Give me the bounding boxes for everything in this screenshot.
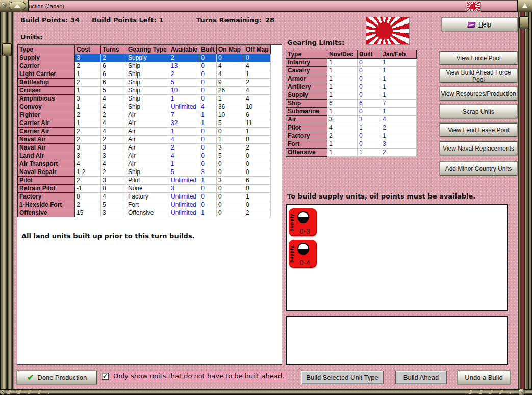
only-show-checkbox[interactable]: ✓ — [102, 373, 109, 380]
value-cell: 3 — [216, 144, 244, 152]
side-button-view-lend-lease-pool[interactable]: View Lend Lease Pool — [440, 123, 517, 137]
table-row: Offensive112 — [286, 149, 417, 157]
row-type-cell: Ship — [286, 100, 327, 108]
side-button-add-minor-country-units[interactable]: Add Minor Country Units — [440, 162, 517, 176]
row-type-cell: Supply — [18, 54, 75, 62]
table-row[interactable]: Naval Air22Air4010 — [18, 136, 271, 144]
value-cell: 0 — [199, 79, 217, 87]
table-row[interactable]: Land Air33Air4050 — [18, 152, 271, 160]
units-message: All land units built up prior to this tu… — [21, 232, 195, 240]
value-cell: 4 — [244, 62, 270, 70]
help-book-icon — [467, 22, 476, 28]
value-cell: 1 — [381, 67, 417, 75]
checkmark-icon: ✔ — [27, 374, 34, 382]
table-row[interactable]: Factory84FactoryUnlimited001 — [18, 193, 271, 201]
value-cell: Air — [126, 152, 169, 160]
table-row[interactable]: Retrain Pilot-10None3000 — [18, 185, 271, 193]
value-cell: 0 — [358, 83, 381, 91]
table-row[interactable]: Pilot23PilotUnlimited136 — [18, 177, 271, 185]
build-selected-unit-type-button[interactable]: Build Selected Unit Type — [301, 371, 384, 384]
value-cell: 2 — [101, 136, 126, 144]
table-row: Fort103 — [286, 140, 417, 149]
value-cell: 1 — [169, 95, 199, 103]
value-cell: 4 — [244, 95, 270, 103]
value-cell: 2 — [327, 132, 358, 140]
table-row[interactable]: Cruiser15Ship100264 — [18, 87, 271, 95]
table-row[interactable]: Naval Repair1-22Ship5300 — [18, 168, 271, 177]
table-row[interactable]: Air Transport44Air1000 — [18, 160, 271, 168]
value-cell: 4 — [101, 160, 126, 168]
side-button-view-force-pool[interactable]: View Force Pool — [440, 51, 517, 65]
table-row: Ship667 — [286, 100, 417, 108]
value-cell: None — [126, 185, 169, 193]
supply-unit-counter[interactable]: Supply0-3 — [289, 208, 317, 236]
table-row[interactable]: Carrier26Ship13044 — [18, 62, 271, 70]
build-points-left-value: 1 — [159, 16, 163, 24]
table-row[interactable]: Carrier Air14Air321511 — [18, 119, 271, 128]
value-cell: 1 — [244, 193, 270, 201]
value-cell: Unlimited — [169, 103, 199, 111]
value-cell: 4 — [169, 152, 199, 160]
value-cell: 4 — [101, 119, 126, 128]
table-row[interactable]: Carrier Air24Air1001 — [18, 128, 271, 136]
value-cell: 9 — [216, 79, 244, 87]
row-type-cell: Offensive — [18, 209, 75, 217]
value-cell: Ship — [126, 95, 169, 103]
side-button-view-build-ahead-force-pool[interactable]: View Build Ahead Force Pool — [440, 69, 517, 83]
table-row[interactable]: Amphibious34Ship1014 — [18, 95, 271, 103]
help-button[interactable]: Help — [442, 18, 517, 31]
side-button-view-naval-replacements[interactable]: View Naval Replacements — [440, 141, 517, 155]
value-cell: Unlimited — [169, 193, 199, 201]
window-control-icon[interactable] — [522, 3, 527, 8]
value-cell: 13 — [169, 62, 199, 70]
row-type-cell: Naval Repair — [18, 168, 75, 177]
side-button-view-resources-production[interactable]: View Resources/Production — [440, 87, 517, 101]
supply-unit-counter[interactable]: Supply0-4 — [289, 240, 317, 268]
value-cell: 0 — [216, 54, 244, 62]
units-panel: TypeCostTurnsGearing TypeAvailableBuiltO… — [17, 44, 282, 365]
value-cell: 5 — [216, 152, 244, 160]
value-cell: 1 — [358, 124, 381, 132]
column-header: Turns — [101, 45, 126, 54]
value-cell: Ship — [126, 79, 169, 87]
counter-strength-value: 0-4 — [293, 259, 317, 267]
table-row[interactable]: Fighter22Air71106 — [18, 111, 271, 119]
table-row[interactable]: Supply32Supply2000 — [18, 54, 271, 62]
side-button-scrap-units[interactable]: Scrap Units — [440, 105, 517, 118]
system-menu-button[interactable] — [9, 2, 26, 10]
value-cell: 5 — [101, 87, 126, 95]
value-cell: 3 — [75, 152, 101, 160]
row-type-cell: Fighter — [18, 111, 75, 119]
table-row: Pilot412 — [286, 124, 417, 132]
value-cell: 0 — [199, 87, 217, 95]
gearing-limits-table: TypeNov/DecBuiltJan/FebInfantry101Cavalr… — [286, 50, 417, 157]
build-points-label: Build Points: 34 — [20, 16, 80, 24]
table-row[interactable]: Offensive153OffensiveUnlimited102 — [18, 209, 271, 217]
value-cell: 4 — [75, 160, 101, 168]
value-cell: 3 — [169, 185, 199, 193]
value-cell: 6 — [101, 62, 126, 70]
row-type-cell: Pilot — [286, 124, 327, 132]
value-cell: 6 — [244, 177, 270, 185]
table-row[interactable]: Light Carrier16Ship2041 — [18, 70, 271, 79]
value-cell: 1 — [199, 177, 217, 185]
value-cell: 6 — [244, 111, 270, 119]
table-row[interactable]: Naval Air33Air2032 — [18, 144, 271, 152]
value-cell: 3 — [75, 95, 101, 103]
table-row[interactable]: Battleship26Ship5092 — [18, 79, 271, 87]
value-cell: 1 — [327, 149, 358, 157]
value-cell: 4 — [216, 70, 244, 79]
value-cell: 1 — [244, 70, 270, 79]
build-ahead-button[interactable]: Build Ahead — [395, 371, 447, 384]
value-cell: 11 — [244, 119, 270, 128]
table-row[interactable]: 1-Hexside Fort25FortUnlimited000 — [18, 201, 271, 209]
value-cell: 2 — [101, 111, 126, 119]
undo-a-build-button[interactable]: Undo a Build — [458, 371, 510, 384]
row-type-cell: Amphibious — [18, 95, 75, 103]
value-cell: 1 — [381, 59, 417, 67]
row-type-cell: Carrier Air — [18, 119, 75, 128]
done-production-button[interactable]: ✔ Done Production — [17, 371, 97, 384]
row-type-cell: Air — [286, 116, 327, 124]
frame-right-rail — [518, 12, 532, 389]
table-row[interactable]: Convoy14ShipUnlimited43610 — [18, 103, 271, 111]
